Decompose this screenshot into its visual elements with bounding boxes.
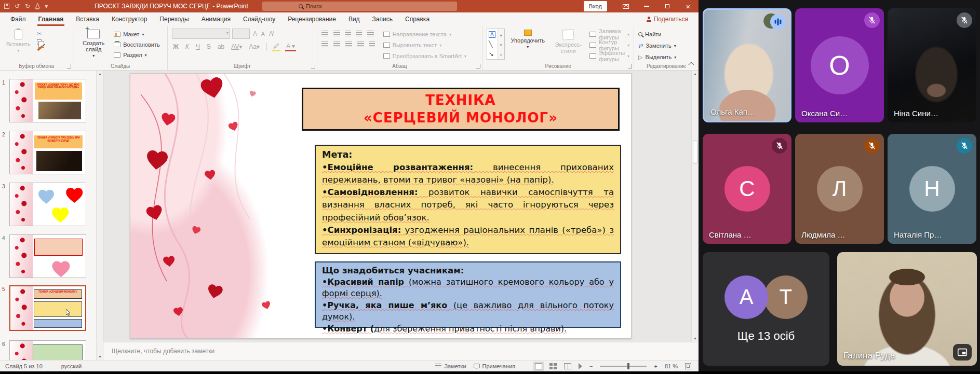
goal-textbox[interactable]: Мета: •Емоційне розвантаження: винесення… [315,145,621,254]
italic-button[interactable]: К [184,43,190,50]
redo-icon[interactable]: ↻ [25,3,30,10]
tab-transitions[interactable]: Переходы [153,12,195,26]
zoom-in-button[interactable]: + [654,363,657,369]
qat-customize-icon[interactable]: ▾ [45,3,48,10]
clear-formatting-icon[interactable]: A̸ [268,30,274,37]
columns-icon[interactable] [369,41,375,47]
slide-thumbnail-2[interactable]: ТЕХНІКА «ТУРБОТА ПРО СЕБЕ» ТРИ КОНВЕРТИ … [9,131,86,174]
replace-button[interactable]: ⇄Заменить▾ [638,41,676,50]
shapes-gallery[interactable]: A ╲ ↘ □ ○ ▭ △ ◇ ▷ ↓ ▽ ☆ { } ~ ◦ ▲▾≡ [487,29,505,60]
highlight-color-icon[interactable]: 🖉 [272,43,280,51]
decrease-indent-icon[interactable] [345,31,351,36]
smartart-button[interactable]: Преобразовать в SmartArt▾ [383,51,466,61]
shapes-scroll[interactable]: ▲▾≡ [498,29,504,59]
tab-help[interactable]: Справка [399,12,436,26]
find-button[interactable]: Найти [638,30,676,39]
tab-design[interactable]: Конструктор [105,12,153,26]
participant-tile-olga[interactable]: Ольга Кап… [703,8,791,122]
slide-sorter-view-button[interactable] [549,363,557,369]
arrange-button[interactable]: Упорядочить▾ [509,29,547,51]
font-color-icon[interactable]: A [35,3,39,9]
character-spacing-button[interactable]: AV▾ [230,43,243,50]
slide-thumbnail-6[interactable] [9,340,86,360]
tab-file[interactable]: Файл [4,12,32,26]
textbox-shape-icon[interactable]: A [489,31,495,38]
quick-styles-button[interactable]: Экспресс-стили [551,29,585,55]
paste-button[interactable]: Вставить▾ [4,29,33,54]
reset-button[interactable]: Восстановить [114,40,159,49]
participant-tile-nina[interactable]: Ніна Сини… [888,8,976,122]
font-color-button[interactable]: A ▾ [285,43,296,51]
strikethrough-button[interactable]: S [206,43,212,50]
slide-thumbnail-3[interactable] [9,183,86,226]
line-spacing-icon[interactable] [367,31,374,36]
align-right-icon[interactable] [345,41,352,47]
participant-tile-oksana[interactable]: О Оксана Си… [795,8,884,122]
text-direction-button[interactable]: Направление текста▾ [383,30,466,39]
canvas-scroll-thumb[interactable] [693,140,697,164]
clipboard-dialog-launcher[interactable] [67,64,71,68]
bold-button[interactable]: Ж [172,43,180,50]
select-button[interactable]: ▷Выделить▾ [638,52,676,62]
notes-toggle[interactable]: Заметки [435,363,466,369]
tab-review[interactable]: Рецензирование [281,12,342,26]
slide-thumbnail-4[interactable] [9,234,86,278]
bullets-icon[interactable] [321,31,328,36]
cut-icon[interactable]: ✂ [37,30,43,37]
notes-pane[interactable]: Щелкните, чтобы добавить заметки [103,342,699,360]
layout-button[interactable]: Макет▾ [114,30,159,39]
justify-icon[interactable] [357,41,364,47]
participant-tile-lyudmyla[interactable]: Л Людмила … [795,134,884,244]
align-left-icon[interactable] [321,41,328,47]
shape-outline-button[interactable]: Контур фигуры▾ [589,40,629,50]
font-size-combobox[interactable] [232,29,250,39]
minimize-button[interactable] [638,0,655,12]
grow-font-icon[interactable]: A [252,30,258,37]
increase-indent-icon[interactable] [356,31,362,36]
zoom-slider-thumb[interactable] [627,363,629,369]
slide-thumbnail-5-selected[interactable]: ТЕХНІКА «СЕРЦЕВИЙ МОНОЛОГ» [9,285,86,331]
scroll-up-icon[interactable]: ▲ [692,71,699,77]
shape-effects-button[interactable]: Эффекты фигуры▾ [589,51,629,61]
share-button[interactable]: Поделиться [646,16,688,23]
materials-textbox[interactable]: Що знадобиться учасникам: •Красивий папі… [315,261,621,328]
tab-view[interactable]: Вид [342,12,366,26]
shrink-font-icon[interactable]: A [260,31,266,37]
more-participants-tile[interactable]: Т А Ще 13 осіб [703,252,829,366]
thumbnail-scrollbar[interactable]: ▲ ▼ [96,71,103,360]
drawing-dialog-launcher[interactable] [628,64,632,68]
fit-to-window-button[interactable] [685,363,691,369]
paragraph-dialog-launcher[interactable] [476,64,480,68]
align-text-button[interactable]: Выровнять текст▾ [383,40,466,50]
canvas-scrollbar[interactable]: ▲ ▼ [691,71,699,342]
ribbon-display-options-button[interactable] [617,0,635,12]
format-painter-icon[interactable] [37,46,43,51]
zoom-level[interactable]: 81 % [665,363,678,369]
thumb-scroll-down-icon[interactable]: ▼ [97,353,103,360]
text-shadow-button[interactable]: ab [217,43,225,50]
thumb-scroll-up-icon[interactable]: ▲ [97,71,103,77]
font-name-combobox[interactable] [172,29,230,39]
tab-record[interactable]: Запись [366,12,399,26]
slideshow-view-button[interactable] [579,363,582,369]
tab-animations[interactable]: Анимация [195,12,237,26]
tab-slideshow[interactable]: Слайд-шоу [237,12,281,26]
signin-button[interactable]: Вход [584,1,607,11]
align-center-icon[interactable] [333,41,340,47]
tab-home[interactable]: Главная [32,12,70,26]
shape-fill-button[interactable]: Заливка фигуры▾ [589,30,629,39]
numbering-icon[interactable] [333,31,340,36]
normal-view-button[interactable] [535,363,542,369]
close-button[interactable]: × [679,0,697,12]
picture-in-picture-button[interactable] [953,344,972,361]
participant-tile-svitlana[interactable]: С Світлана … [703,134,791,244]
collapse-ribbon-button[interactable] [689,63,693,67]
zoom-out-button[interactable]: − [589,363,593,369]
slide-title-box[interactable]: ТЕХНІКА «СЕРЦЕВИЙ МОНОЛОГ» [302,88,620,131]
scroll-down-icon[interactable]: ▼ [692,335,699,342]
comments-toggle[interactable]: Примечания [474,363,516,369]
slide-thumbnail-1[interactable]: ПРОЄКТ «ЗАВЖДИ ПОРУЧ. ЩО МОЄ СЕРЦЕ ХОЧЕ … [9,79,86,122]
reading-view-button[interactable] [564,363,571,369]
copy-icon[interactable] [37,39,42,45]
participant-tile-nataliya[interactable]: Н Наталія Пр… [888,134,976,244]
